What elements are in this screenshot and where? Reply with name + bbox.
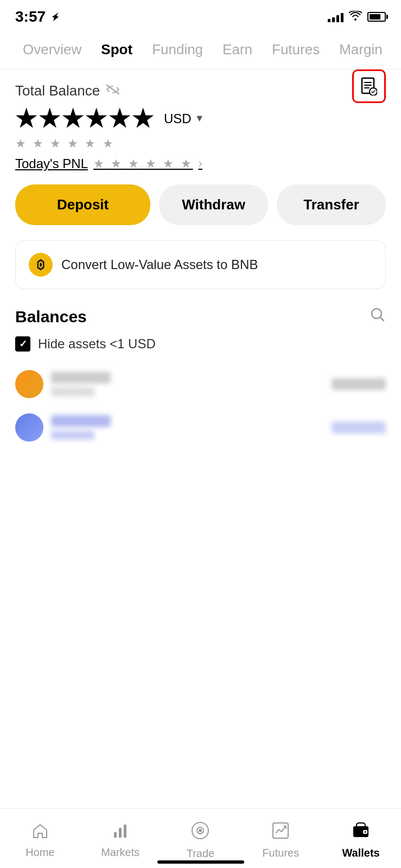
coin-icon-1	[15, 370, 43, 398]
main-content: Total Balance ★★★★★★ USD ▼ ★ ★ ★ ★ ★ ★ T…	[0, 69, 401, 449]
trade-icon	[191, 821, 209, 844]
futures-icon	[272, 822, 289, 844]
balances-section: Balances ✓ Hide assets <1 USD	[15, 307, 386, 449]
coin-name-1	[51, 372, 111, 384]
balance-label-row: Total Balance	[15, 82, 386, 99]
transfer-button[interactable]: Transfer	[277, 184, 386, 225]
nav-tabs: Overview Spot Funding Earn Futures Margi…	[0, 30, 401, 69]
coin-info-1	[51, 372, 111, 397]
home-icon	[31, 822, 49, 843]
currency-label: USD	[164, 111, 192, 126]
pnl-row[interactable]: Today's PNL ★ ★ ★ ★ ★ ★ ›	[15, 156, 386, 171]
action-buttons: Deposit Withdraw Transfer	[15, 184, 386, 225]
coin-name-2	[51, 415, 111, 427]
bottom-nav: Home Markets Trade	[0, 808, 401, 868]
hide-balance-icon[interactable]	[105, 84, 120, 99]
tab-earn[interactable]: Earn	[213, 37, 262, 62]
markets-icon	[113, 822, 128, 843]
nav-label-trade: Trade	[187, 847, 215, 860]
status-time: 3:57	[15, 8, 60, 25]
pnl-arrow-icon: ›	[199, 157, 202, 171]
checkmark-icon: ✓	[19, 338, 27, 350]
deposit-button[interactable]: Deposit	[15, 184, 150, 225]
convert-text: Convert Low-Value Assets to BNB	[61, 257, 258, 272]
balance-item-2[interactable]	[15, 406, 386, 449]
balance-amount: ★★★★★★	[15, 105, 155, 132]
balance-item-2-left	[15, 413, 111, 442]
pnl-label: Today's PNL	[15, 156, 88, 171]
balance-item-1[interactable]	[15, 362, 386, 406]
status-bar: 3:57	[0, 0, 401, 30]
bnb-icon	[29, 253, 53, 277]
coin-value-2	[332, 422, 386, 433]
status-icons	[328, 11, 386, 23]
tab-funding[interactable]: Funding	[142, 37, 213, 62]
nav-label-markets: Markets	[101, 846, 139, 859]
tab-futures[interactable]: Futures	[262, 37, 329, 62]
currency-selector[interactable]: USD ▼	[164, 111, 205, 126]
nav-item-home[interactable]: Home	[18, 822, 62, 859]
balances-header: Balances	[15, 307, 386, 327]
nav-item-wallets[interactable]: Wallets	[339, 822, 383, 859]
tab-overview[interactable]: Overview	[13, 37, 91, 62]
svg-rect-6	[114, 832, 117, 838]
nav-item-trade[interactable]: Trade	[179, 821, 222, 860]
coin-value-1	[332, 378, 386, 390]
nav-label-wallets: Wallets	[342, 847, 379, 859]
withdraw-button[interactable]: Withdraw	[159, 184, 268, 225]
svg-rect-7	[119, 828, 122, 838]
convert-banner[interactable]: Convert Low-Value Assets to BNB	[15, 240, 386, 289]
signal-bars-icon	[328, 11, 343, 22]
svg-point-15	[365, 831, 366, 833]
balance-label: Total Balance	[15, 82, 100, 99]
search-button[interactable]	[370, 307, 386, 327]
nav-item-markets[interactable]: Markets	[99, 822, 142, 859]
currency-dropdown-icon: ▼	[195, 113, 205, 124]
nav-label-home: Home	[26, 846, 54, 859]
coin-info-2	[51, 415, 111, 440]
balances-title: Balances	[15, 308, 87, 326]
balance-section: Total Balance ★★★★★★ USD ▼ ★ ★ ★ ★ ★ ★ T…	[15, 82, 386, 171]
tab-spot[interactable]: Spot	[91, 37, 142, 62]
wallets-icon	[352, 822, 370, 844]
hide-small-assets-label: Hide assets <1 USD	[38, 336, 156, 352]
balance-amount-row: ★★★★★★ USD ▼	[15, 105, 386, 132]
pnl-value: ★ ★ ★ ★ ★ ★	[93, 157, 193, 171]
home-indicator	[157, 860, 244, 864]
nav-label-futures: Futures	[262, 847, 299, 859]
nav-item-futures[interactable]: Futures	[259, 822, 302, 859]
balance-sub-value: ★ ★ ★ ★ ★ ★	[15, 137, 386, 151]
coin-amount-2	[51, 430, 94, 440]
battery-icon	[367, 12, 386, 22]
svg-point-11	[199, 829, 202, 832]
svg-rect-8	[124, 825, 126, 838]
tab-margin[interactable]: Margin	[329, 37, 392, 62]
balance-item-1-left	[15, 370, 111, 398]
wifi-icon	[349, 11, 362, 23]
coin-amount-1	[51, 387, 94, 397]
coin-icon-2	[15, 413, 43, 442]
hide-small-assets-row[interactable]: ✓ Hide assets <1 USD	[15, 336, 386, 352]
hide-small-assets-checkbox[interactable]: ✓	[15, 336, 30, 352]
